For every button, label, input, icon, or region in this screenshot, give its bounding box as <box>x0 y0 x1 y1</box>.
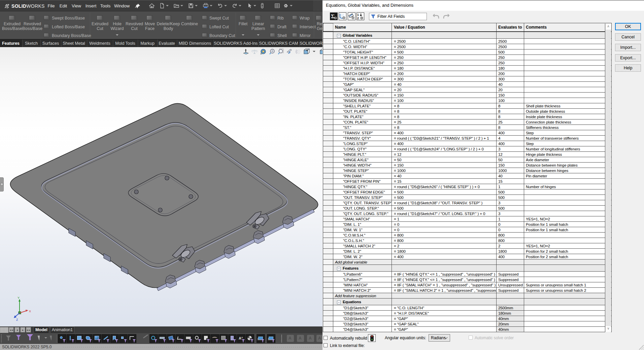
svg-text:X: X <box>29 310 31 313</box>
svg-text:Z: Z <box>16 318 18 321</box>
svg-text:Y: Y <box>18 296 20 300</box>
svg-text:1: 1 <box>357 13 359 16</box>
svg-text:2: 2 <box>357 16 359 20</box>
svg-text:Σ: Σ <box>331 13 335 20</box>
